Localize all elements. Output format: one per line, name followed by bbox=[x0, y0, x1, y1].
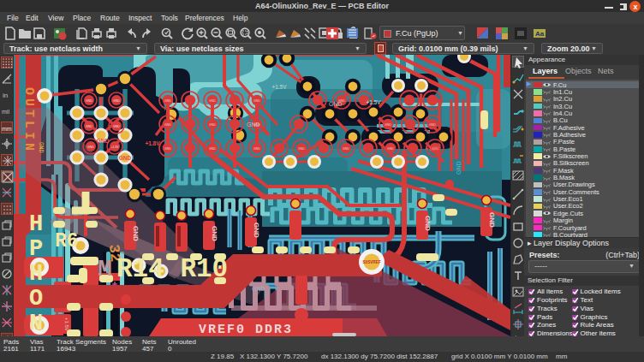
svg-text:Aa: Aa bbox=[535, 30, 545, 38]
svg-text:GND: GND bbox=[488, 212, 496, 228]
svg-text:+1.5V: +1.5V bbox=[64, 317, 69, 331]
svg-text:GND: GND bbox=[343, 147, 349, 151]
svg-text:GND: GND bbox=[119, 155, 132, 161]
svg-text:in: in bbox=[3, 92, 8, 99]
svg-text:GND: GND bbox=[211, 226, 218, 241]
svg-text:GND: GND bbox=[87, 145, 94, 149]
svg-text:GND: GND bbox=[424, 216, 432, 231]
svg-text:H: H bbox=[29, 261, 43, 287]
svg-text:GND: GND bbox=[252, 286, 265, 292]
svg-text:+1.5V: +1.5V bbox=[366, 99, 381, 105]
svg-text:GND: GND bbox=[164, 99, 171, 103]
svg-text:mil: mil bbox=[2, 109, 9, 115]
svg-text:VREF0 DDR3: VREF0 DDR3 bbox=[199, 323, 293, 336]
svg-text:GND: GND bbox=[209, 147, 216, 151]
svg-text:O: O bbox=[29, 286, 43, 312]
svg-text:R14 R10: R14 R10 bbox=[116, 254, 228, 284]
svg-text:GND: GND bbox=[329, 101, 343, 107]
svg-text:mm: mm bbox=[2, 126, 12, 132]
svg-text:N: N bbox=[29, 311, 43, 336]
svg-text:GND: GND bbox=[113, 125, 120, 128]
svg-text:GND: GND bbox=[97, 138, 110, 144]
svg-text:GND: GND bbox=[298, 147, 305, 151]
svg-text:GND: GND bbox=[209, 99, 216, 103]
svg-text:+1.8V: +1.8V bbox=[145, 140, 160, 146]
svg-text:GND: GND bbox=[209, 123, 216, 127]
svg-text:P: P bbox=[29, 236, 43, 262]
svg-text:GND: GND bbox=[113, 99, 120, 103]
svg-text:GND: GND bbox=[385, 123, 391, 127]
svg-text:GND: GND bbox=[253, 223, 260, 238]
svg-text:+1.5V: +1.5V bbox=[271, 84, 287, 90]
svg-text:OUTLIN: OUTLIN bbox=[21, 87, 36, 154]
svg-text:S0SVREF: S0SVREF bbox=[363, 260, 381, 264]
svg-text:GND: GND bbox=[429, 123, 436, 127]
svg-text:H: H bbox=[29, 211, 43, 237]
svg-text:+1.3V: +1.3V bbox=[110, 145, 119, 149]
svg-text:GND: GND bbox=[253, 147, 260, 151]
svg-text:M: M bbox=[98, 256, 112, 282]
svg-text:GND: GND bbox=[387, 147, 394, 151]
svg-text:GND: GND bbox=[164, 147, 171, 151]
svg-text:GND: GND bbox=[86, 125, 92, 128]
svg-text:GND: GND bbox=[132, 226, 140, 241]
svg-text:GND: GND bbox=[164, 123, 171, 127]
svg-text:R6: R6 bbox=[55, 230, 79, 252]
svg-text:GND: GND bbox=[86, 99, 92, 103]
svg-text:GND: GND bbox=[247, 122, 260, 128]
svg-text:GND: GND bbox=[38, 142, 45, 153]
svg-text:GND: GND bbox=[253, 99, 260, 103]
svg-text:+1.5V: +1.5V bbox=[425, 145, 440, 151]
svg-text:GND: GND bbox=[456, 161, 462, 175]
